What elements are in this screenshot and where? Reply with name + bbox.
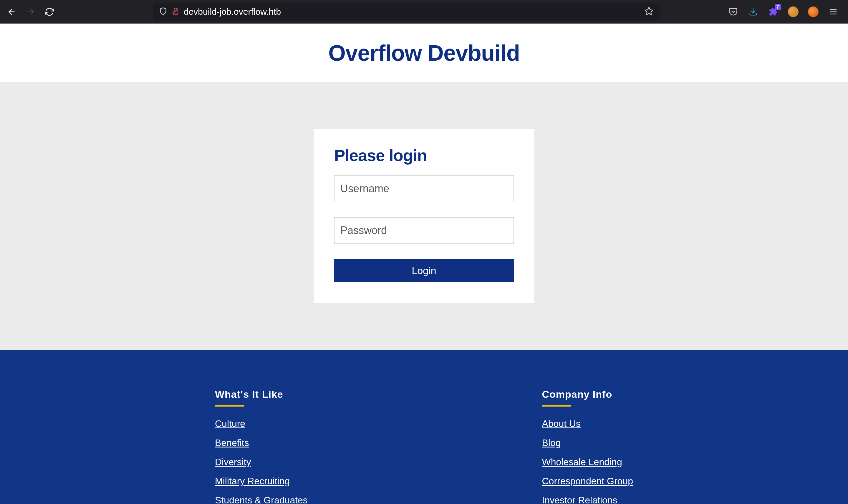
footer-link[interactable]: Diversity <box>215 456 308 468</box>
reload-button[interactable] <box>43 6 55 18</box>
page-title: Overflow Devbuild <box>0 40 848 66</box>
footer: What's It Like Culture Benefits Diversit… <box>0 350 848 504</box>
extension-puzzle-icon[interactable]: 7 <box>767 6 779 18</box>
bookmark-star-icon[interactable] <box>644 6 654 17</box>
main-area: Please login Login <box>0 82 848 350</box>
shield-icon[interactable] <box>159 7 167 17</box>
username-input[interactable] <box>334 176 514 202</box>
nav-buttons <box>6 6 55 18</box>
footer-link[interactable]: About Us <box>542 418 633 429</box>
footer-link[interactable]: Military Recruiting <box>215 476 308 487</box>
hamburger-menu-icon[interactable] <box>827 6 839 18</box>
footer-heading: Company Info <box>542 389 633 400</box>
pocket-icon[interactable] <box>727 6 739 18</box>
back-button[interactable] <box>6 6 18 18</box>
login-heading: Please login <box>334 146 514 165</box>
download-icon[interactable] <box>747 6 759 18</box>
url-text[interactable]: devbuild-job.overflow.htb <box>184 7 640 17</box>
footer-underline <box>542 405 571 407</box>
url-bar[interactable]: devbuild-job.overflow.htb <box>153 3 660 21</box>
footer-link[interactable]: Blog <box>542 437 633 448</box>
footer-link[interactable]: Students & Graduates <box>215 495 308 504</box>
password-input[interactable] <box>334 217 514 244</box>
forward-button[interactable] <box>25 6 37 18</box>
toolbar-right: 7 <box>727 6 842 18</box>
browser-chrome: devbuild-job.overflow.htb 7 <box>0 0 848 23</box>
footer-link[interactable]: Culture <box>215 418 308 429</box>
svg-marker-2 <box>645 7 653 15</box>
extension-badge: 7 <box>775 4 781 10</box>
url-security-icons <box>159 7 180 17</box>
footer-heading: What's It Like <box>215 389 308 400</box>
extension-foxy-icon[interactable] <box>807 6 819 18</box>
footer-col-company-info: Company Info About Us Blog Wholesale Len… <box>542 389 633 504</box>
footer-underline <box>215 405 245 407</box>
footer-col-whats-it-like: What's It Like Culture Benefits Diversit… <box>215 389 308 504</box>
login-card: Please login Login <box>313 129 535 303</box>
footer-link[interactable]: Correspondent Group <box>542 476 633 487</box>
footer-link[interactable]: Wholesale Lending <box>542 456 633 468</box>
extension-cookie-icon[interactable] <box>787 6 799 18</box>
footer-link[interactable]: Investor Relations <box>542 495 633 504</box>
page-header: Overflow Devbuild <box>0 23 848 82</box>
lock-insecure-icon[interactable] <box>172 7 180 17</box>
footer-link[interactable]: Benefits <box>215 437 308 448</box>
login-button[interactable]: Login <box>334 259 514 282</box>
